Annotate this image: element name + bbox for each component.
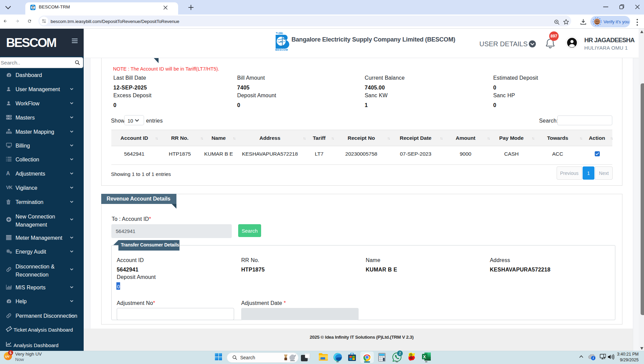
svg-text:౻ವಕಂ: ౻ವಕಂ — [275, 31, 283, 35]
svg-text:UV: UV — [5, 355, 10, 358]
svg-text:BESCOM: BESCOM — [275, 48, 288, 51]
svg-text:X: X — [423, 355, 426, 359]
